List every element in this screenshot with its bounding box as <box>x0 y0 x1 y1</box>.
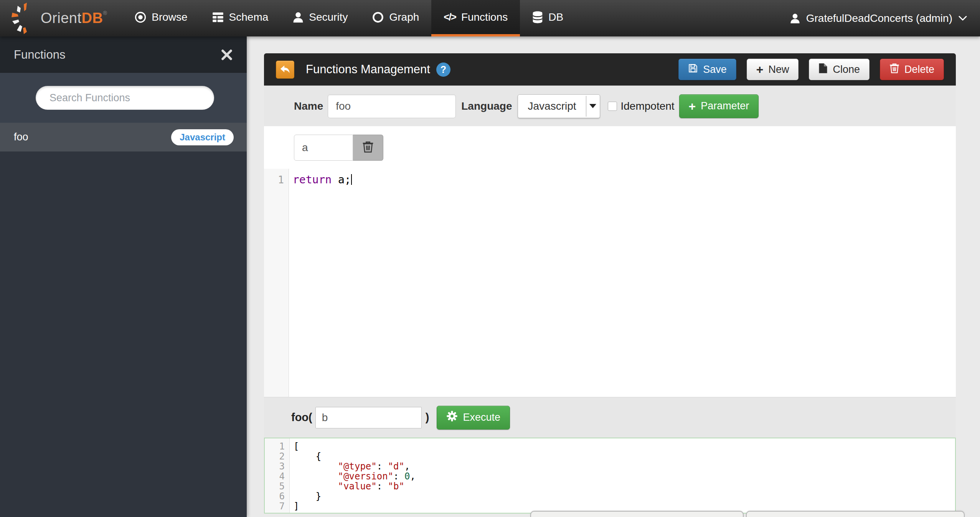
result-gutter: 1234567 <box>265 438 290 513</box>
name-label: Name <box>294 100 323 112</box>
circle-icon <box>372 12 384 23</box>
toolbar: Save + New Clone Delete <box>678 59 944 80</box>
argument-input[interactable] <box>315 407 422 428</box>
user-icon <box>293 12 304 23</box>
orientdb-studio: OrientDB® Browse Schema Security <box>0 0 980 517</box>
page-title: Functions Management <box>306 63 430 76</box>
add-parameter-button[interactable]: + Parameter <box>679 94 759 118</box>
function-name-input[interactable] <box>328 94 456 118</box>
user-name: GratefulDeadConcerts (admin) <box>806 12 952 25</box>
trash-icon <box>889 63 899 76</box>
idempotent-label: Idempotent <box>621 100 675 112</box>
schema-icon <box>212 12 224 23</box>
execution-result-viewer: 1234567 [ { "@type": "d", "@version": 0,… <box>264 438 956 514</box>
floppy-icon <box>688 63 698 76</box>
functions-sidebar: Functions foo Javascript <box>0 36 247 517</box>
idempotent-checkbox[interactable] <box>608 102 617 111</box>
execute-button[interactable]: Execute <box>437 406 510 430</box>
nav-label: Browse <box>152 11 187 23</box>
navbar: OrientDB® Browse Schema Security <box>0 0 980 36</box>
select-caret-icon <box>586 96 600 117</box>
code-line: ] <box>294 501 416 511</box>
language-selected-value: Javascript <box>528 100 576 112</box>
parameter-row <box>264 126 956 169</box>
function-form: Name Language Javascript Idempotent + Pa… <box>264 86 956 126</box>
clone-button[interactable]: Clone <box>809 59 869 80</box>
logo-registered-mark: ® <box>103 10 107 16</box>
bottom-peek-panel-right <box>746 511 965 517</box>
bottom-peek-panel-left <box>530 511 744 517</box>
nav-label: DB <box>548 11 563 23</box>
file-icon <box>818 63 828 76</box>
function-list-item[interactable]: foo Javascript <box>0 123 247 151</box>
sidebar-search-section <box>0 73 247 123</box>
nav-item-db[interactable]: DB <box>520 0 576 36</box>
function-call-open: foo( <box>291 411 312 424</box>
function-name: foo <box>14 131 28 143</box>
function-code-editor[interactable]: 1 return a; <box>264 169 956 397</box>
help-icon[interactable]: ? <box>436 63 450 77</box>
code-line: return a; <box>293 173 352 186</box>
logo-db: DB <box>81 10 103 26</box>
editor-code[interactable]: return a; <box>289 169 352 397</box>
new-button[interactable]: + New <box>747 59 799 80</box>
functions-management-panel: Functions Management ? Save + New <box>264 53 956 514</box>
code-line: "@type": "d", <box>294 461 416 471</box>
parameter-name-input[interactable] <box>294 135 353 161</box>
panel-header: Functions Management ? Save + New <box>264 53 956 86</box>
code-line: } <box>294 491 416 501</box>
logo-orient: Orient <box>41 10 81 26</box>
editor-gutter: 1 <box>264 169 289 397</box>
close-icon[interactable] <box>221 49 233 61</box>
delete-button[interactable]: Delete <box>880 59 944 80</box>
language-select[interactable]: Javascript <box>518 94 600 118</box>
gear-icon <box>446 410 458 425</box>
code-line: { <box>294 451 416 461</box>
eye-icon <box>135 12 146 23</box>
nav-item-functions[interactable]: </> Functions <box>431 0 520 36</box>
nav-label: Functions <box>461 11 508 23</box>
orientdb-logo: OrientDB® <box>0 0 122 36</box>
nav-item-schema[interactable]: Schema <box>200 0 281 36</box>
nav-label: Graph <box>389 11 419 23</box>
nav-label: Schema <box>229 11 269 23</box>
orientdb-starburst-icon <box>11 3 38 34</box>
parameter-input-group <box>294 135 383 161</box>
code-line: "value": "b" <box>294 481 416 491</box>
database-icon <box>532 11 543 23</box>
back-button[interactable] <box>276 61 294 79</box>
user-icon <box>790 13 800 24</box>
nav-item-security[interactable]: Security <box>280 0 360 36</box>
search-functions-input[interactable] <box>36 86 214 110</box>
trash-icon <box>362 141 374 155</box>
nav-item-browse[interactable]: Browse <box>122 0 200 36</box>
save-button[interactable]: Save <box>678 59 736 80</box>
code-line: "@version": 0, <box>294 471 416 481</box>
remove-parameter-button[interactable] <box>353 135 383 161</box>
text-cursor <box>351 174 352 185</box>
user-menu[interactable]: GratefulDeadConcerts (admin) <box>777 0 980 36</box>
execute-row: foo( ) Execute <box>264 397 956 438</box>
function-call-close: ) <box>426 411 429 424</box>
code-icon: </> <box>444 11 456 23</box>
language-badge: Javascript <box>171 129 234 145</box>
language-label: Language <box>461 100 512 112</box>
main-nav: Browse Schema Security Graph <box>122 0 576 36</box>
chevron-down-icon <box>959 16 967 21</box>
nav-item-graph[interactable]: Graph <box>360 0 431 36</box>
sidebar-title: Functions <box>14 48 65 62</box>
result-code: [ { "@type": "d", "@version": 0, "value"… <box>290 438 416 513</box>
nav-label: Security <box>309 11 348 23</box>
sidebar-header: Functions <box>0 36 247 73</box>
code-line: [ <box>294 441 416 451</box>
